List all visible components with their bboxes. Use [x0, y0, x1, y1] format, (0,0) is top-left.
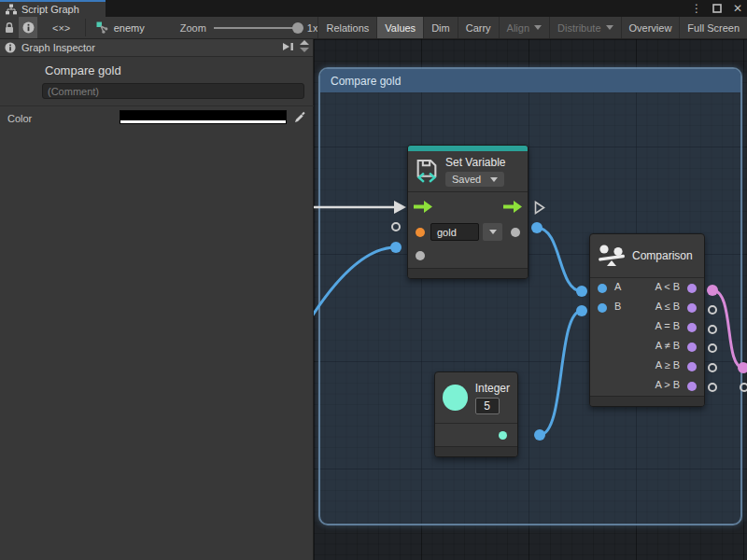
dim-label: Dim — [431, 22, 450, 34]
wire-setvar-to-a[interactable] — [537, 228, 582, 291]
wire-value-in[interactable] — [314, 247, 396, 316]
distribute-label: Distribute — [557, 22, 600, 34]
overview-button[interactable]: Overview — [621, 17, 680, 38]
node-title: Comparison — [632, 249, 693, 262]
set-variable-body: gold — [408, 191, 528, 268]
integer-value-field[interactable]: 5 — [475, 398, 500, 414]
socket-name-unconnected[interactable] — [391, 222, 401, 231]
variable-output-port[interactable] — [511, 228, 520, 237]
chevron-down-icon — [534, 25, 542, 30]
node-comparison[interactable]: Comparison A A < B B A ≤ B A = B — [589, 233, 705, 407]
integer-header: Integer 5 — [435, 372, 517, 423]
color-label: Color — [7, 113, 32, 124]
socket-comparison-b[interactable] — [576, 305, 587, 316]
socket-lt-connected[interactable] — [707, 285, 718, 296]
integer-body — [435, 423, 517, 446]
socket-eq-unconnected[interactable] — [708, 325, 717, 334]
dim-button[interactable]: Dim — [423, 17, 458, 38]
input-a-port[interactable] — [598, 284, 607, 293]
inspect-toggle-button[interactable] — [19, 17, 37, 38]
zoom-slider[interactable] — [214, 17, 300, 39]
zoom-control: Zoom 1x — [154, 17, 318, 38]
wire-flow-arrowhead — [394, 201, 406, 214]
socket-le-unconnected[interactable] — [708, 305, 717, 315]
wire-integer-to-b[interactable] — [540, 311, 582, 435]
flow-output-port[interactable] — [503, 201, 522, 213]
node-footer — [408, 268, 528, 278]
variable-name-dropdown-button[interactable] — [483, 223, 502, 241]
carry-button[interactable]: Carry — [458, 17, 499, 38]
node-set-variable[interactable]: Set Variable Saved — [407, 145, 529, 279]
eyedropper-button[interactable] — [289, 108, 308, 125]
relations-label: Relations — [326, 22, 369, 34]
step-down-icon[interactable] — [300, 48, 309, 52]
distribute-dropdown[interactable]: Distribute — [549, 17, 620, 38]
output-lt-port[interactable] — [687, 284, 697, 293]
step-up-icon[interactable] — [300, 40, 309, 45]
variable-scope-dropdown[interactable]: Saved — [445, 172, 504, 187]
socket-setvar-out-connected[interactable] — [531, 222, 543, 233]
values-button[interactable]: Values — [376, 17, 423, 38]
script-graph-icon — [6, 4, 17, 15]
values-label: Values — [385, 22, 416, 34]
graph-asset-icon — [95, 21, 109, 35]
graph-toolbar: <×> enemy Zoom 1x Relations Values Dim C… — [0, 17, 747, 39]
variable-scope-label: Saved — [452, 174, 481, 185]
panel-title: Graph Inspector — [21, 42, 95, 53]
input-b-port[interactable] — [598, 303, 607, 313]
input-a-label: A — [614, 281, 621, 292]
variable-name-value: gold — [437, 227, 457, 238]
color-swatch[interactable] — [120, 110, 287, 124]
full-screen-label: Full Screen — [687, 22, 740, 34]
node-footer — [435, 446, 517, 456]
zoom-value: 1x — [307, 22, 318, 34]
align-label: Align — [507, 22, 529, 34]
output-gt-port[interactable] — [687, 382, 697, 391]
graph-name-label: enemy — [114, 22, 145, 34]
node-integer[interactable]: Integer 5 — [434, 371, 518, 457]
code-view-button[interactable]: <×> — [37, 17, 84, 38]
socket-offscreen-in-connected[interactable] — [738, 362, 747, 373]
relations-button[interactable]: Relations — [317, 17, 376, 38]
overview-label: Overview — [629, 22, 672, 34]
chevron-down-icon — [606, 25, 613, 30]
alpha-bar — [120, 120, 286, 123]
zoom-slider-handle[interactable] — [292, 22, 303, 34]
lock-button[interactable] — [0, 17, 19, 38]
socket-integer-out-connected[interactable] — [534, 429, 545, 441]
lock-icon — [4, 21, 15, 35]
output-le-port[interactable] — [687, 303, 697, 313]
integer-output-port[interactable] — [499, 431, 507, 440]
variable-name-port[interactable] — [416, 228, 425, 237]
socket-comparison-a[interactable] — [576, 286, 587, 297]
set-variable-header: Set Variable Saved — [408, 151, 528, 191]
align-dropdown[interactable]: Align — [499, 17, 549, 38]
graph-canvas[interactable]: Compare gold Set Variabl — [314, 39, 747, 560]
output-ge-port[interactable] — [687, 362, 697, 371]
tab-label: Script Graph — [21, 4, 79, 15]
socket-ne-unconnected[interactable] — [708, 343, 717, 353]
dock-panel-icon[interactable] — [282, 41, 294, 52]
window-menu-icon[interactable]: ⋮ — [691, 2, 702, 15]
close-icon[interactable]: ✕ — [732, 2, 743, 15]
comparison-body: A A < B B A ≤ B A = B A ≠ B — [590, 277, 704, 396]
carry-label: Carry — [466, 22, 491, 34]
output-ne-port[interactable] — [687, 343, 697, 352]
socket-ge-unconnected[interactable] — [708, 363, 717, 372]
code-view-label: <×> — [52, 22, 70, 34]
variable-name-field[interactable]: gold — [430, 223, 479, 241]
graph-inspector-header: Graph Inspector — [0, 39, 313, 57]
panel-stepper[interactable] — [300, 40, 309, 52]
socket-value-in-connected[interactable] — [390, 242, 402, 253]
graph-breadcrumb[interactable]: enemy — [86, 17, 154, 38]
tab-script-graph[interactable]: Script Graph — [0, 0, 106, 17]
flow-input-port[interactable] — [414, 201, 432, 213]
maximize-icon[interactable] — [712, 2, 723, 15]
socket-gt-unconnected[interactable] — [708, 383, 717, 392]
full-screen-button[interactable]: Full Screen — [679, 17, 747, 38]
socket-flow-out-unconnected[interactable] — [534, 201, 545, 215]
output-eq-port[interactable] — [687, 323, 697, 332]
comment-input[interactable] — [42, 83, 304, 99]
value-input-port[interactable] — [416, 251, 425, 260]
socket-offscreen-unconnected[interactable] — [740, 383, 747, 392]
